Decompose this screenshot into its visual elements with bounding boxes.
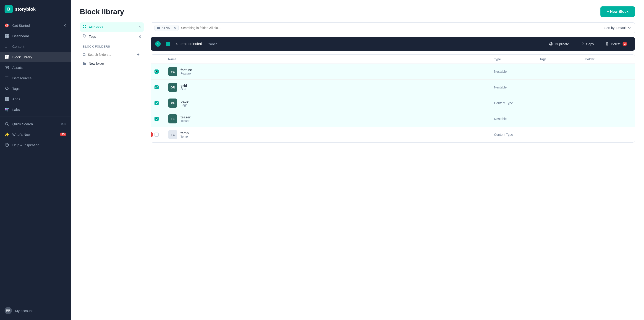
copy-icon [580, 42, 584, 46]
search-folders-icon [82, 53, 86, 56]
sidebar-item-label: Datasources [12, 76, 32, 80]
select-all-checkbox[interactable] [166, 42, 170, 46]
row-select-area [154, 101, 168, 105]
new-block-button[interactable]: + New Block [600, 7, 635, 17]
sidebar-item-help[interactable]: Help & Inspiration [0, 140, 71, 150]
sort-label: Sort by: Default [604, 26, 627, 30]
sidebar-item-assets[interactable]: Assets [0, 62, 71, 73]
all-blocks-icon [82, 25, 86, 30]
whats-new-badge: 25 [60, 132, 66, 136]
sidebar-item-label: Labs [12, 108, 20, 111]
duplicate-icon [549, 42, 553, 46]
svg-rect-5 [5, 46, 8, 46]
sidebar-item-label: Dashboard [12, 34, 29, 38]
add-folder-button[interactable]: + [136, 52, 141, 57]
sidebar-item-account[interactable]: RR My account [0, 304, 71, 317]
sidebar-item-labs[interactable]: ⚗️ Labs [0, 104, 71, 115]
sidebar-item-content[interactable]: Content [0, 41, 71, 52]
sidebar-item-block-library[interactable]: Block Library [0, 52, 71, 62]
datasources-icon [4, 76, 9, 80]
new-folder-item[interactable]: New folder [80, 59, 144, 68]
sort-control[interactable]: Sort by: Default [604, 26, 631, 30]
duplicate-button[interactable]: Duplicate [546, 40, 572, 48]
svg-rect-10 [5, 57, 6, 59]
header-type: Type [494, 57, 540, 61]
sidebar-item-tags[interactable]: Tags [0, 83, 71, 94]
table-row[interactable]: PA page Page Content Type [151, 95, 635, 111]
tags-icon [4, 86, 9, 91]
svg-rect-26 [85, 25, 86, 26]
block-subname: Teaser [180, 119, 190, 122]
check-icon [156, 71, 158, 72]
search-folders-input[interactable] [88, 53, 134, 56]
table-row[interactable]: TE teaser Teaser Nestable [151, 111, 635, 127]
selection-bar: 1 4 items selected Cancel Duplicate Copy [150, 37, 635, 51]
svg-rect-7 [5, 48, 7, 48]
table-header: Name Type Tags Folder [151, 55, 635, 64]
row-checkbox[interactable] [154, 101, 158, 105]
left-panel: All blocks 5 Tags 0 Block folders + [80, 22, 144, 311]
avatar: RR [4, 307, 12, 314]
block-avatar: FE [168, 67, 177, 76]
close-icon[interactable]: ✕ [63, 23, 66, 28]
all-blocks-label: All blocks [89, 25, 103, 29]
block-type: Content Type [494, 101, 540, 105]
sidebar-item-get-started[interactable]: 🎯 Get Started ✕ [0, 20, 71, 31]
main-header: Block library + New Block [71, 0, 644, 22]
block-avatar: TE [168, 114, 177, 123]
assets-icon [4, 65, 9, 70]
block-subname: Temp [180, 135, 189, 138]
row-checkbox[interactable] [154, 85, 158, 89]
row-checkbox[interactable] [154, 70, 158, 74]
labs-icon: ⚗️ [4, 107, 9, 112]
block-avatar: GR [168, 83, 177, 92]
block-name-area: FE feature Feature [168, 67, 494, 76]
row-checkbox[interactable] [154, 132, 158, 137]
svg-rect-16 [5, 79, 8, 79]
all-blocks-count: 5 [139, 25, 141, 29]
sidebar-item-label: Tags [12, 87, 20, 90]
get-started-icon: 🎯 [4, 23, 9, 28]
sidebar-header: B storyblok [0, 0, 71, 18]
table-row[interactable]: 2 TE temp Temp Content Type [151, 127, 635, 142]
svg-rect-14 [5, 77, 8, 77]
block-type: Nestable [494, 70, 540, 73]
delete-button[interactable]: Delete 3 [602, 40, 630, 48]
delete-label: Delete [611, 42, 621, 46]
sidebar: B storyblok 🎯 Get Started ✕ Dashboard Co… [0, 0, 71, 320]
sidebar-item-datasources[interactable]: Datasources [0, 73, 71, 83]
row-checkbox[interactable] [154, 117, 158, 121]
page-title: Block library [80, 8, 124, 16]
sidebar-bottom: RR My account [0, 301, 71, 320]
block-type: Nestable [494, 117, 540, 121]
search-icon [4, 122, 9, 126]
tags-filter[interactable]: Tags 0 [80, 32, 144, 41]
sidebar-item-dashboard[interactable]: Dashboard [0, 31, 71, 41]
all-blocks-filter[interactable]: All blocks 5 [80, 22, 144, 32]
block-info: temp Temp [180, 131, 189, 138]
block-type: Nestable [494, 85, 540, 89]
dashboard-icon [4, 34, 9, 38]
duplicate-label: Duplicate [555, 42, 569, 46]
table-row[interactable]: GR grid Grid Nestable [151, 80, 635, 95]
copy-button[interactable]: Copy [577, 40, 597, 48]
chip-close-button[interactable]: ✕ [174, 26, 176, 30]
svg-point-29 [84, 35, 84, 36]
cancel-selection-button[interactable]: Cancel [208, 42, 218, 46]
quick-search-shortcut: ⌘ K [61, 122, 66, 125]
svg-rect-21 [7, 99, 9, 101]
row-number-2: 2 [150, 132, 153, 137]
sidebar-item-quick-search[interactable]: Quick Search ⌘ K [0, 119, 71, 129]
sidebar-item-whats-new[interactable]: ✨ What's New 25 [0, 129, 71, 140]
svg-rect-28 [85, 27, 86, 28]
folder-chip: All blo... ✕ [154, 25, 179, 31]
row-select-area [154, 117, 168, 121]
svg-rect-9 [7, 55, 9, 57]
table-row[interactable]: FE feature Feature Nestable [151, 64, 635, 80]
content-area: All blocks 5 Tags 0 Block folders + [71, 22, 644, 320]
header-name: Name [168, 57, 494, 61]
sidebar-item-apps[interactable]: Apps [0, 94, 71, 104]
logo-icon: B [4, 5, 13, 13]
search-input[interactable] [181, 26, 602, 30]
header-select [154, 57, 168, 61]
